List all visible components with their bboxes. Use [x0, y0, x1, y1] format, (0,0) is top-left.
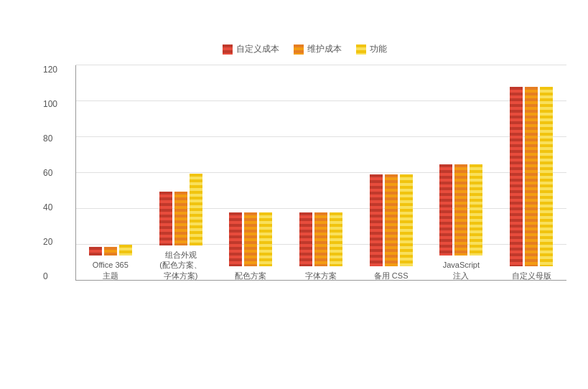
- legend-label-1: 维护成本: [307, 43, 342, 55]
- legend-item-0: 自定义成本: [223, 43, 279, 55]
- legend-label-2: 功能: [370, 43, 387, 55]
- y-label-6: 120: [43, 65, 57, 74]
- x-label-1: 组合外观(配色方案、字体方案): [159, 250, 202, 281]
- x-label-2: 配色方案: [235, 271, 266, 281]
- bar-function-4: [400, 174, 413, 266]
- bars-5: [439, 164, 482, 256]
- y-label-3: 60: [43, 169, 57, 177]
- y-label-0: 0: [43, 272, 57, 281]
- y-label-1: 20: [43, 238, 57, 246]
- x-label-0: Office 365主题: [93, 260, 129, 281]
- x-label-6: 自定义母版: [512, 271, 551, 281]
- bar-group-3: 字体方案: [299, 212, 342, 281]
- bar-custom_cost-3: [299, 212, 312, 266]
- bars-2: [229, 212, 272, 266]
- bar-maintenance-4: [385, 174, 398, 266]
- bar-function-3: [330, 212, 342, 266]
- y-label-2: 40: [43, 203, 57, 212]
- bars-4: [370, 174, 413, 266]
- bar-maintenance-0: [104, 247, 117, 256]
- bars-1: [159, 174, 202, 245]
- x-label-5: JavaScript注入: [443, 260, 480, 281]
- x-label-4: 备用 CSS: [374, 271, 409, 281]
- y-axis: 020406080100120: [43, 65, 57, 281]
- y-label-5: 100: [43, 100, 57, 108]
- chart-legend: 自定义成本维护成本功能: [43, 43, 566, 55]
- x-label-3: 字体方案: [305, 271, 337, 281]
- bar-custom_cost-6: [510, 87, 523, 266]
- bar-maintenance-6: [525, 87, 538, 266]
- bar-custom_cost-5: [439, 164, 452, 256]
- legend-color-2: [356, 44, 366, 55]
- bar-function-2: [259, 212, 272, 266]
- bar-function-1: [190, 174, 202, 245]
- bar-function-5: [470, 164, 482, 256]
- bar-group-2: 配色方案: [229, 212, 272, 281]
- legend-color-1: [294, 44, 304, 55]
- legend-item-1: 维护成本: [294, 43, 342, 55]
- bar-maintenance-2: [244, 212, 257, 266]
- bar-maintenance-3: [314, 212, 327, 266]
- bar-group-5: JavaScript注入: [439, 164, 482, 281]
- legend-label-0: 自定义成本: [236, 43, 279, 55]
- legend-color-0: [223, 44, 233, 55]
- chart-title: [43, 14, 566, 34]
- bar-maintenance-1: [174, 192, 187, 245]
- bar-custom_cost-4: [370, 174, 383, 266]
- bar-group-6: 自定义母版: [510, 87, 553, 281]
- bar-function-6: [540, 87, 553, 266]
- bars-6: [510, 87, 553, 266]
- y-label-4: 80: [43, 134, 57, 143]
- legend-item-2: 功能: [356, 43, 387, 55]
- bars-3: [299, 212, 342, 266]
- bars-0: [89, 245, 132, 256]
- chart-container: 自定义成本维护成本功能 020406080100120 Office 365主题…: [0, 0, 588, 389]
- bar-group-0: Office 365主题: [89, 245, 132, 281]
- bar-maintenance-5: [454, 164, 467, 256]
- bar-custom_cost-2: [229, 212, 242, 266]
- bar-custom_cost-1: [159, 192, 172, 245]
- bar-custom_cost-0: [89, 247, 102, 256]
- bars-wrapper: Office 365主题组合外观(配色方案、字体方案)配色方案字体方案备用 CS…: [75, 65, 566, 281]
- bar-group-1: 组合外观(配色方案、字体方案): [159, 174, 202, 281]
- bar-group-4: 备用 CSS: [370, 174, 413, 281]
- bar-function-0: [119, 245, 132, 256]
